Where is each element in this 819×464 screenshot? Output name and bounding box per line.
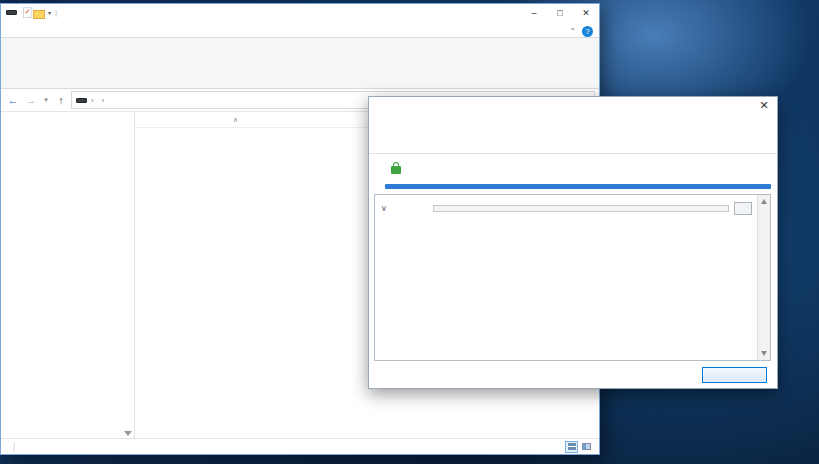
chevron-right-icon: › (102, 96, 105, 105)
dialog-tabs (369, 113, 777, 151)
column-header-name[interactable]: ∧ (149, 116, 307, 124)
qat-dropdown-icon[interactable]: ▾ (48, 9, 51, 16)
minimize-button[interactable]: – (521, 4, 547, 21)
more-options-button[interactable] (734, 202, 752, 215)
close-button[interactable]: ✕ (573, 4, 599, 21)
ribbon (1, 38, 599, 89)
recent-locations-icon[interactable]: ▾ (41, 96, 51, 104)
quick-access-toolbar: ▾ | (1, 7, 57, 19)
collapse-root-icon[interactable]: ∨ (381, 204, 395, 213)
storage-usage-bar (385, 184, 771, 189)
sidebar-scroll-down-icon[interactable] (124, 431, 132, 436)
help-icon[interactable]: ? (582, 26, 593, 37)
drive-icon (6, 10, 17, 15)
properties-icon[interactable] (21, 7, 25, 14)
divider: | (55, 8, 57, 17)
scroll-down-icon[interactable] (761, 351, 767, 356)
ribbon-tab-strip: ⌃ ? (1, 21, 599, 38)
sync-settings-dialog: ✕ ∨ (368, 96, 778, 389)
scan-progress-bar (433, 205, 729, 212)
scroll-up-icon[interactable] (761, 199, 767, 204)
title-bar: ▾ | – □ ✕ (1, 4, 599, 21)
icons-view-button[interactable] (580, 441, 593, 453)
folder-icon[interactable] (33, 8, 44, 18)
navigation-pane (1, 112, 135, 438)
forward-button[interactable]: → (23, 94, 39, 106)
back-button[interactable]: ← (5, 94, 21, 106)
cerrar-button[interactable] (702, 367, 767, 383)
sort-ascending-icon: ∧ (233, 116, 238, 124)
up-button[interactable]: ↑ (53, 94, 69, 106)
dialog-close-icon[interactable]: ✕ (757, 99, 771, 112)
dialog-list-scrollbar[interactable] (757, 195, 770, 360)
lock-icon (391, 166, 401, 174)
status-bar: | (1, 438, 599, 454)
dialog-title-bar: ✕ (369, 97, 777, 113)
divider: | (13, 442, 15, 452)
chevron-right-icon: › (91, 96, 94, 105)
maximize-button[interactable]: □ (547, 4, 573, 21)
sync-folder-list: ∨ (374, 194, 771, 361)
drive-icon (76, 98, 87, 103)
collapse-ribbon-icon[interactable]: ⌃ (569, 27, 576, 36)
details-view-button[interactable] (565, 441, 578, 453)
